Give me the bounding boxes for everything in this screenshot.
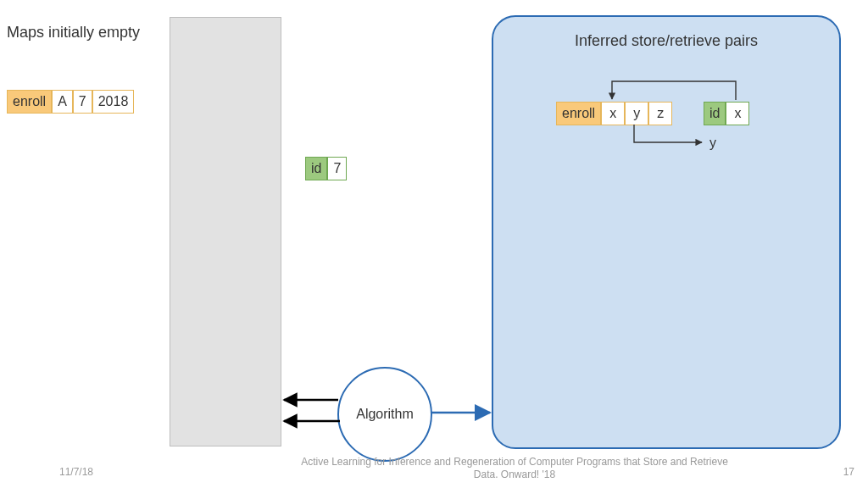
id-example: id 7 bbox=[305, 157, 347, 180]
panel-title: Inferred store/retrieve pairs bbox=[493, 32, 839, 50]
panel-enroll-z: z bbox=[648, 102, 672, 125]
panel-id-x: x bbox=[726, 102, 749, 125]
enroll-arg-b: 7 bbox=[73, 90, 92, 114]
algorithm-node: Algorithm bbox=[337, 367, 432, 462]
id-value: 7 bbox=[327, 157, 347, 180]
panel-enroll-x: x bbox=[601, 102, 625, 125]
footer-page: 17 bbox=[843, 466, 854, 478]
enroll-arg-a: A bbox=[52, 90, 73, 114]
algorithm-label: Algorithm bbox=[356, 407, 414, 422]
footer-date: 11/7/18 bbox=[59, 466, 93, 478]
panel-enroll: enroll x y z bbox=[556, 102, 672, 125]
slide-stage: { "header": { "maps_empty": "Maps initia… bbox=[0, 0, 868, 488]
grey-column bbox=[170, 17, 281, 446]
panel-enroll-label: enroll bbox=[556, 102, 601, 125]
caption-maps-empty: Maps initially empty bbox=[7, 24, 140, 42]
panel-output-y: y bbox=[709, 136, 716, 151]
panel-enroll-y: y bbox=[625, 102, 648, 125]
inferred-panel: Inferred store/retrieve pairs enroll x y… bbox=[492, 15, 841, 449]
enroll-arg-c: 2018 bbox=[92, 90, 135, 114]
panel-id: id x bbox=[704, 102, 749, 125]
panel-id-label: id bbox=[704, 102, 726, 125]
enroll-example: enroll A 7 2018 bbox=[7, 90, 134, 114]
id-label: id bbox=[305, 157, 327, 180]
footer-title: Active Learning for Inference and Regene… bbox=[297, 456, 732, 481]
enroll-label: enroll bbox=[7, 90, 52, 114]
